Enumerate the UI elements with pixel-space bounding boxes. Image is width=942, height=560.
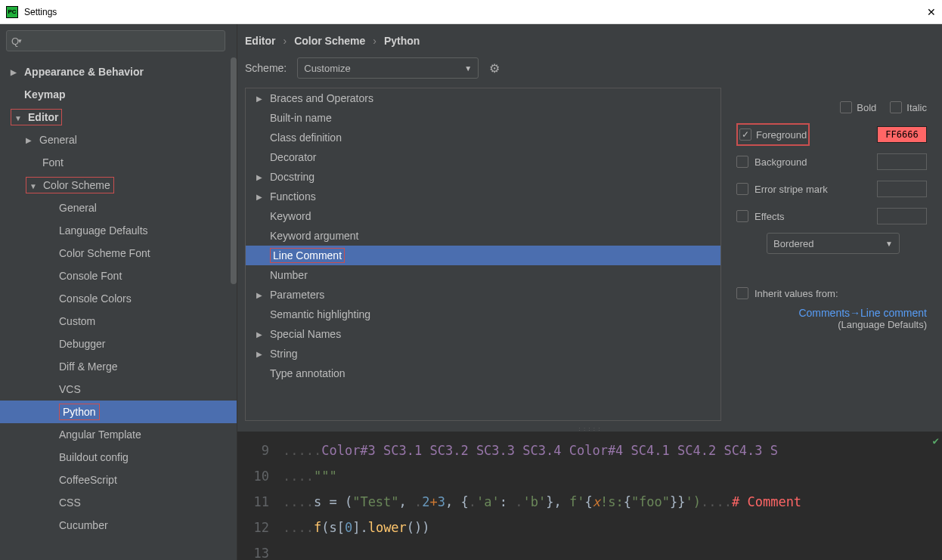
scrollbar[interactable] (231, 57, 237, 284)
chevron-down-icon: ▼ (885, 240, 893, 248)
error-stripe-checkbox[interactable] (736, 183, 748, 195)
bold-checkbox[interactable] (840, 101, 852, 113)
sidebar-item-cucumber[interactable]: Cucumber (0, 514, 237, 537)
gutter-num: 13 (237, 540, 283, 560)
attr-special-names[interactable]: ▶Special Names (246, 324, 720, 344)
chevron-right-icon: ▶ (11, 68, 20, 76)
error-stripe-swatch[interactable] (877, 181, 927, 197)
sidebar-item-custom[interactable]: Custom (0, 310, 237, 333)
attr-decorator[interactable]: ▶Decorator (246, 147, 720, 167)
inherit-checkbox[interactable] (736, 287, 748, 299)
attr-label: Special Names (270, 328, 341, 340)
sidebar-item-general[interactable]: ▶General (0, 128, 237, 151)
sidebar-item-css[interactable]: CSS (0, 491, 237, 514)
sidebar-item-debugger[interactable]: Debugger (0, 333, 237, 355)
sidebar-item-label: Custom (59, 315, 95, 327)
sidebar-item-color-scheme[interactable]: ▼Color Scheme (0, 174, 237, 196)
attr-label: Decorator (270, 151, 316, 163)
sidebar-item-coffeescript[interactable]: CoffeeScript (0, 469, 237, 491)
scheme-dropdown[interactable]: Customize ▼ (297, 57, 479, 79)
attr-label: Semantic highlighting (270, 308, 370, 320)
foreground-swatch[interactable]: FF6666 (877, 126, 927, 143)
sidebar-item-diff-merge[interactable]: Diff & Merge (0, 355, 237, 378)
preview-text: Color#3 SC3.1 SC3.2 SC3.3 SC3.4 Color#4 … (321, 443, 778, 458)
sidebar-item-label: General (59, 202, 97, 214)
attr-label: Braces and Operators (270, 92, 373, 104)
attr-string[interactable]: ▶String (246, 344, 720, 364)
sidebar-item-keymap[interactable]: ▶Keymap (0, 83, 237, 106)
attr-keyword[interactable]: ▶Keyword (246, 206, 720, 226)
attribute-list[interactable]: ▶Braces and Operators▶Built-in name▶Clas… (245, 88, 721, 421)
effects-type-dropdown[interactable]: Bordered ▼ (767, 233, 900, 254)
sidebar-item-color-scheme-font[interactable]: Color Scheme Font (0, 242, 237, 265)
sidebar-item-angular-template[interactable]: Angular Template (0, 423, 237, 446)
foreground-label: Foreground (756, 129, 807, 141)
bold-label: Bold (857, 102, 876, 113)
sidebar-item-python[interactable]: Python (0, 401, 237, 423)
sidebar-item-label: Color Scheme (43, 179, 110, 191)
sidebar-item-label: General (39, 134, 77, 146)
search-input[interactable]: Q▾ (6, 30, 225, 51)
attr-functions[interactable]: ▶Functions (246, 187, 720, 206)
close-icon[interactable]: ✕ (927, 6, 936, 18)
chevron-right-icon: ▶ (256, 173, 265, 181)
sidebar-item-editor[interactable]: ▼Editor (0, 106, 237, 128)
attr-built-in-name[interactable]: ▶Built-in name (246, 108, 720, 128)
sidebar-item-general[interactable]: General (0, 196, 237, 219)
background-swatch[interactable] (877, 153, 927, 170)
settings-tree[interactable]: ▶Appearance & Behavior▶Keymap▼Editor▶Gen… (0, 57, 237, 560)
attr-braces-and-operators[interactable]: ▶Braces and Operators (246, 88, 720, 108)
gear-icon[interactable]: ⚙ (489, 61, 500, 76)
attr-label: Type annotation (270, 367, 346, 379)
sidebar-item-language-defaults[interactable]: Language Defaults (0, 219, 237, 242)
scheme-value: Customize (304, 63, 350, 74)
attr-docstring[interactable]: ▶Docstring (246, 167, 720, 187)
attr-label: Number (270, 269, 308, 281)
foreground-checkbox[interactable] (739, 128, 751, 141)
gutter-num: 12 (237, 515, 283, 540)
error-stripe-label: Error stripe mark (755, 184, 828, 195)
sidebar-item-label: Console Font (59, 270, 122, 282)
crumb-color-scheme[interactable]: Color Scheme (294, 35, 365, 47)
sidebar-item-label: Debugger (59, 338, 106, 350)
attr-keyword-argument[interactable]: ▶Keyword argument (246, 226, 720, 246)
chevron-right-icon: ▶ (256, 350, 265, 358)
effects-swatch[interactable] (877, 208, 927, 224)
app-icon: PC (6, 6, 18, 18)
effects-checkbox[interactable] (736, 210, 748, 222)
sidebar-item-console-font[interactable]: Console Font (0, 265, 237, 287)
sidebar-item-vcs[interactable]: VCS (0, 378, 237, 401)
attr-semantic-highlighting[interactable]: ▶Semantic highlighting (246, 305, 720, 324)
chevron-right-icon: › (373, 35, 376, 47)
inherit-link[interactable]: Comments→Line comment (736, 307, 927, 319)
italic-label: Italic (906, 102, 927, 113)
attr-line-comment[interactable]: ▶Line Comment (246, 246, 720, 265)
attr-type-annotation[interactable]: ▶Type annotation (246, 364, 720, 383)
sidebar-item-label: Language Defaults (59, 224, 148, 237)
chevron-right-icon: › (283, 35, 287, 47)
chevron-right-icon: ▶ (26, 136, 35, 144)
chevron-right-icon: ▶ (256, 330, 265, 339)
sidebar-item-label: Console Colors (59, 292, 132, 305)
code-preview: ✔ 9.....Color#3 SC3.1 SC3.2 SC3.3 SC3.4 … (237, 432, 942, 560)
sidebar-item-buildout-config[interactable]: Buildout config (0, 446, 237, 469)
crumb-python: Python (384, 35, 420, 47)
sidebar-item-label: CoffeeScript (59, 474, 117, 486)
splitter-handle[interactable]: : : : : : (237, 425, 942, 432)
sidebar-item-appearance-behavior[interactable]: ▶Appearance & Behavior (0, 60, 237, 83)
settings-sidebar: Q▾ ▶Appearance & Behavior▶Keymap▼Editor▶… (0, 24, 237, 560)
inherit-label: Inherit values from: (755, 288, 838, 299)
crumb-editor[interactable]: Editor (245, 35, 275, 47)
sidebar-item-console-colors[interactable]: Console Colors (0, 287, 237, 310)
sidebar-item-label: VCS (59, 383, 81, 395)
chevron-right-icon: ▶ (256, 94, 265, 103)
background-checkbox[interactable] (736, 156, 748, 168)
attr-parameters[interactable]: ▶Parameters (246, 285, 720, 305)
italic-checkbox[interactable] (890, 101, 902, 113)
attr-class-definition[interactable]: ▶Class definition (246, 128, 720, 147)
inherit-sub: (Language Defaults) (736, 319, 927, 330)
sidebar-item-font[interactable]: Font (0, 151, 237, 174)
background-label: Background (755, 156, 807, 168)
chevron-right-icon: ▶ (256, 193, 265, 201)
attr-number[interactable]: ▶Number (246, 265, 720, 285)
